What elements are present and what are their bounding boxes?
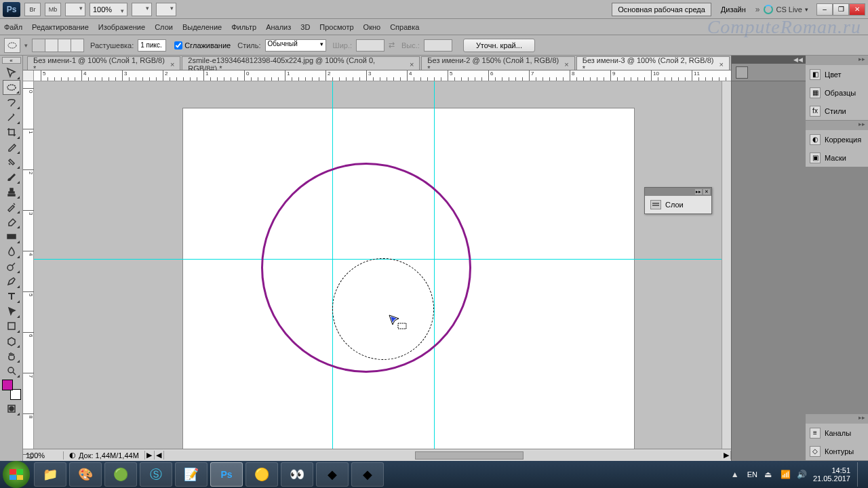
style-select[interactable]: Обычный xyxy=(265,39,326,52)
workspace-essentials-button[interactable]: Основная рабочая среда xyxy=(612,3,711,16)
background-swatch[interactable] xyxy=(10,389,21,400)
close-icon[interactable]: × xyxy=(564,60,568,68)
tray-clock[interactable]: 14:51 21.05.2017 xyxy=(813,466,850,483)
workspace-expand-icon[interactable]: » xyxy=(755,5,760,14)
pen-tool[interactable] xyxy=(3,274,20,289)
float-panel-body[interactable]: Слои xyxy=(645,196,711,214)
panel-masks[interactable]: ▣Маски xyxy=(806,148,868,167)
menu-filter[interactable]: Фильтр xyxy=(231,23,256,31)
menu-layer[interactable]: Слои xyxy=(155,23,173,31)
scrollbar-thumb[interactable] xyxy=(415,451,524,460)
tray-language[interactable]: EN xyxy=(747,470,757,479)
antialias-checkbox[interactable]: Сглаживание xyxy=(174,41,231,49)
hand-tool[interactable] xyxy=(3,348,20,363)
selection-add-icon[interactable] xyxy=(45,39,58,52)
screen-mode-dropdown[interactable] xyxy=(65,3,85,16)
workspace-design-button[interactable]: Дизайн xyxy=(715,3,751,16)
move-tool[interactable] xyxy=(3,65,20,80)
right-dock-slot[interactable] xyxy=(732,64,806,81)
menu-3d[interactable]: 3D xyxy=(300,23,310,31)
taskbar-photoshop[interactable]: Ps xyxy=(210,462,243,487)
dodge-tool[interactable] xyxy=(3,259,20,274)
panel-swatches[interactable]: ▦Образцы xyxy=(806,83,868,102)
viewport[interactable] xyxy=(34,81,722,449)
panel-paths[interactable]: ◇Контуры xyxy=(806,442,868,460)
path-select-tool[interactable] xyxy=(3,304,20,319)
tray-volume-icon[interactable]: 🔊 xyxy=(797,470,806,479)
taskbar-skype[interactable]: Ⓢ xyxy=(140,462,172,487)
menu-window[interactable]: Окно xyxy=(363,23,381,31)
selection-intersect-icon[interactable] xyxy=(71,39,84,52)
panel-channels[interactable]: ≡Каналы xyxy=(806,424,868,442)
minibridge-button[interactable]: Mb xyxy=(45,3,61,16)
taskbar-notepad[interactable]: 📝 xyxy=(175,462,208,487)
panel-color[interactable]: ◧Цвет xyxy=(806,65,868,83)
panel-collapse-icon[interactable]: ▸▸ xyxy=(806,414,868,424)
crop-tool[interactable] xyxy=(3,125,20,140)
foreground-swatch[interactable] xyxy=(2,380,13,390)
stamp-tool[interactable] xyxy=(3,184,20,199)
close-icon[interactable]: × xyxy=(410,60,414,68)
taskbar-chrome[interactable]: 🟢 xyxy=(104,462,137,487)
gradient-tool[interactable] xyxy=(3,229,20,244)
wand-tool[interactable] xyxy=(3,110,20,125)
maximize-button[interactable]: ❐ xyxy=(833,3,849,16)
close-icon[interactable]: × xyxy=(170,60,174,68)
ruler-horizontal[interactable]: 54321012345678910111213 xyxy=(34,70,731,81)
taskbar-app[interactable]: 🟡 xyxy=(245,462,278,487)
ruler-vertical[interactable]: 0123456789 xyxy=(23,81,34,449)
tray-show-hidden-icon[interactable]: ▲ xyxy=(731,470,741,479)
doc-tab-3[interactable]: Без имени-2 @ 150% (Слой 1, RGB/8) *× xyxy=(421,56,574,70)
type-tool[interactable] xyxy=(3,289,20,304)
menu-edit[interactable]: Редактирование xyxy=(32,23,89,31)
selection-marquee[interactable] xyxy=(332,258,434,360)
tool-preset-icon[interactable] xyxy=(4,38,20,53)
taskbar-paint[interactable]: 🎨 xyxy=(69,462,102,487)
close-button[interactable]: ✕ xyxy=(849,3,865,16)
color-swatches[interactable] xyxy=(2,380,21,400)
selection-new-icon[interactable] xyxy=(32,39,45,52)
tray-safe-remove-icon[interactable]: ⏏ xyxy=(764,470,774,479)
refine-edge-button[interactable]: Уточн. край... xyxy=(463,39,535,52)
close-icon[interactable]: × xyxy=(719,60,724,68)
menu-image[interactable]: Изображение xyxy=(98,23,145,31)
doc-tab-2[interactable]: 2smile-e1393464812398-405x224.jpg @ 100%… xyxy=(182,56,420,70)
feather-input[interactable] xyxy=(138,39,166,52)
arrange-dropdown[interactable] xyxy=(132,3,152,16)
menu-help[interactable]: Справка xyxy=(390,23,419,31)
tray-network-icon[interactable]: 📶 xyxy=(781,470,790,479)
cslive-button[interactable]: CS Live ▾ xyxy=(764,5,808,14)
layers-float-panel[interactable]: ▸▸✕ Слои xyxy=(644,187,712,214)
horizontal-scrollbar[interactable] xyxy=(164,451,722,460)
bridge-button[interactable]: Br xyxy=(24,3,41,16)
panel-collapse-icon[interactable]: ▸▸ xyxy=(806,121,868,130)
menu-analysis[interactable]: Анализ xyxy=(266,23,291,31)
menu-file[interactable]: Файл xyxy=(4,23,22,31)
float-panel-header[interactable]: ▸▸✕ xyxy=(645,188,711,196)
lasso-tool[interactable] xyxy=(3,95,20,110)
taskbar-explorer[interactable]: 📁 xyxy=(34,462,66,487)
marquee-tool[interactable] xyxy=(3,80,20,95)
dock-collapse-icon[interactable]: ◀◀ xyxy=(732,56,806,64)
status-flyout-icon[interactable]: ▶ xyxy=(145,451,155,460)
ruler-origin[interactable] xyxy=(23,70,34,81)
eyedropper-tool[interactable] xyxy=(3,140,20,155)
zoom-tool[interactable] xyxy=(3,363,20,378)
extras-dropdown[interactable] xyxy=(156,3,176,16)
blur-tool[interactable] xyxy=(3,244,20,259)
taskbar-app[interactable]: ◆ xyxy=(351,462,384,487)
panel-adjustments[interactable]: ◐Коррекция xyxy=(806,130,868,148)
minimize-button[interactable]: – xyxy=(816,3,833,16)
shape-tool[interactable] xyxy=(3,319,20,333)
doc-tab-4[interactable]: Без имени-3 @ 100% (Слой 2, RGB/8) *× xyxy=(576,56,730,70)
healing-tool[interactable] xyxy=(3,155,20,169)
3d-tool[interactable] xyxy=(3,333,20,348)
float-close-icon[interactable]: ✕ xyxy=(703,189,710,195)
taskbar-app[interactable]: ◆ xyxy=(316,462,349,487)
scroll-right-icon[interactable]: ▶ xyxy=(722,451,731,460)
toolbox-collapse-icon[interactable]: « xyxy=(2,57,21,64)
start-button[interactable] xyxy=(3,461,30,488)
status-docinfo[interactable]: ◐Док: 1,44M/1,44M xyxy=(64,451,145,460)
menu-select[interactable]: Выделение xyxy=(182,23,222,31)
panel-styles[interactable]: fxСтили xyxy=(806,102,868,120)
